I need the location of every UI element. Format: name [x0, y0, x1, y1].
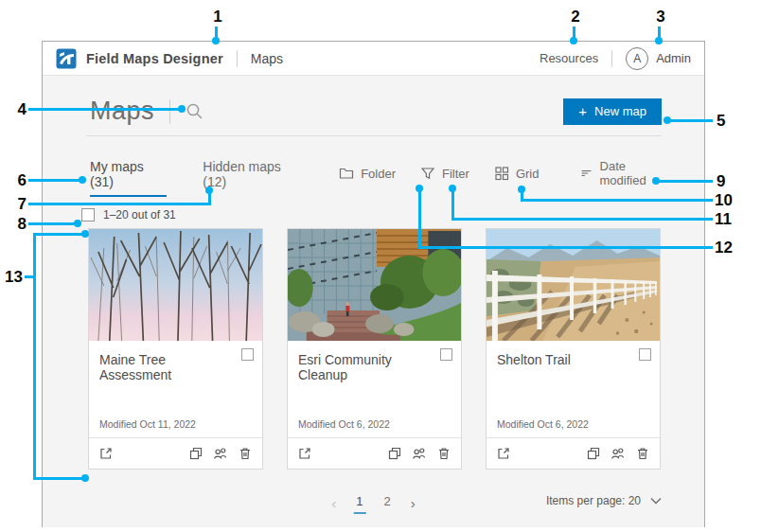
duplicate-button[interactable]	[188, 446, 204, 461]
grid-label: Grid	[516, 167, 540, 181]
delete-button[interactable]	[436, 446, 451, 461]
app-title: Field Maps Designer	[86, 51, 223, 66]
header-divider	[237, 50, 238, 67]
plus-icon: +	[578, 104, 587, 118]
card-title: Esri Community Cleanup	[298, 352, 451, 382]
page-1-button[interactable]: 1	[351, 492, 367, 514]
share-group-button[interactable]	[213, 446, 228, 461]
map-thumbnail	[89, 229, 262, 341]
duplicate-button[interactable]	[387, 446, 402, 461]
callout-line	[215, 27, 218, 41]
map-thumbnail	[487, 229, 660, 341]
callout-number-8: 8	[4, 215, 27, 234]
callout-number-6: 6	[4, 171, 27, 190]
folder-icon	[339, 166, 354, 181]
page-prev-button[interactable]: ‹	[327, 495, 340, 511]
username[interactable]: Admin	[656, 51, 691, 65]
callout-number-10: 10	[715, 191, 737, 210]
nav-maps[interactable]: Maps	[251, 51, 283, 66]
tab-hidden-maps[interactable]: Hidden maps (12)	[203, 159, 303, 197]
tab-my-maps[interactable]: My maps (31)	[90, 159, 167, 197]
main-content: Maps + New map My maps (31) Hidden maps …	[43, 76, 704, 527]
map-thumbnail	[288, 229, 461, 341]
open-map-button[interactable]	[297, 446, 312, 461]
group-icon	[213, 446, 228, 461]
card-title: Shelton Trail	[497, 352, 650, 367]
callout-line	[25, 275, 36, 278]
sort-button[interactable]: Date modified	[580, 159, 662, 187]
callout-line	[33, 233, 36, 480]
screenshot-canvas: Field Maps Designer Maps Resources A Adm…	[0, 0, 761, 532]
page-2-button[interactable]: 2	[380, 492, 396, 514]
callout-line	[573, 27, 575, 41]
filter-icon	[420, 166, 435, 181]
new-map-button[interactable]: + New map	[563, 98, 662, 125]
duplicate-icon	[586, 446, 601, 461]
pagination: ‹ 1 2 ›	[327, 492, 418, 514]
delete-icon	[635, 446, 650, 461]
select-all-checkbox[interactable]	[81, 208, 95, 222]
delete-icon	[238, 446, 253, 461]
open-map-button[interactable]	[98, 446, 114, 461]
open-icon	[98, 446, 114, 461]
app-window: Field Maps Designer Maps Resources A Adm…	[42, 41, 705, 527]
resources-link[interactable]: Resources	[540, 51, 598, 65]
items-per-page-select[interactable]: Items per page: 20	[546, 494, 662, 507]
callout-number-11: 11	[715, 210, 737, 229]
group-icon	[412, 446, 427, 461]
callout-number-9: 9	[717, 172, 739, 191]
items-per-page-label: Items per page: 20	[546, 494, 641, 507]
app-header: Field Maps Designer Maps Resources A Adm…	[43, 42, 704, 76]
callout-line	[658, 27, 661, 41]
avatar[interactable]: A	[626, 47, 648, 70]
callout-number-3: 3	[649, 8, 672, 27]
card-checkbox[interactable]	[639, 348, 651, 361]
filter-label: Filter	[442, 167, 469, 181]
callout-number-12: 12	[715, 239, 737, 257]
callout-number-1: 1	[206, 8, 229, 27]
folder-label: Folder	[361, 167, 396, 181]
delete-button[interactable]	[238, 446, 253, 461]
grid-icon	[494, 166, 509, 181]
card-modified-date: Modified Oct 6, 2022	[298, 418, 390, 430]
open-icon	[297, 446, 312, 461]
map-card[interactable]: Shelton Trail Modified Oct 6, 2022	[486, 228, 661, 470]
selection-count-label: 1–20 out of 31	[103, 208, 176, 222]
sort-icon	[580, 166, 593, 181]
card-checkbox[interactable]	[241, 348, 254, 361]
card-title: Maine Tree Assessment	[99, 352, 253, 382]
group-icon	[611, 446, 626, 461]
callout-number-7: 7	[4, 195, 27, 214]
card-checkbox[interactable]	[440, 348, 452, 361]
duplicate-icon	[387, 446, 402, 461]
title-divider	[169, 99, 170, 124]
duplicate-icon	[188, 446, 204, 461]
page-title: Maps	[90, 97, 154, 126]
filter-button[interactable]: Filter	[420, 166, 469, 181]
map-card[interactable]: Esri Community Cleanup Modified Oct 6, 2…	[287, 228, 462, 470]
header-divider-2	[611, 50, 612, 67]
search-icon[interactable]	[186, 102, 204, 120]
map-card-grid: Maine Tree Assessment Modified Oct 11, 2…	[43, 222, 704, 470]
list-toolbar: Folder Filter Grid	[339, 159, 662, 187]
chevron-down-icon	[650, 497, 662, 505]
sort-label: Date modified	[600, 159, 662, 187]
share-group-button[interactable]	[611, 446, 626, 461]
open-icon	[496, 446, 511, 461]
open-map-button[interactable]	[496, 446, 511, 461]
grid-button[interactable]: Grid	[494, 166, 540, 181]
map-card[interactable]: Maine Tree Assessment Modified Oct 11, 2…	[88, 228, 263, 470]
card-modified-date: Modified Oct 6, 2022	[497, 418, 589, 430]
callout-number-2: 2	[564, 8, 587, 27]
page-next-button[interactable]: ›	[407, 495, 419, 511]
duplicate-button[interactable]	[586, 446, 601, 461]
delete-icon	[436, 446, 451, 461]
esri-logo	[56, 48, 77, 69]
new-map-label: New map	[594, 104, 646, 118]
callout-number-5: 5	[717, 112, 739, 131]
callout-number-4: 4	[4, 100, 27, 119]
folder-button[interactable]: Folder	[339, 166, 396, 181]
share-group-button[interactable]	[412, 446, 427, 461]
callout-number-13: 13	[0, 268, 23, 287]
delete-button[interactable]	[635, 446, 650, 461]
